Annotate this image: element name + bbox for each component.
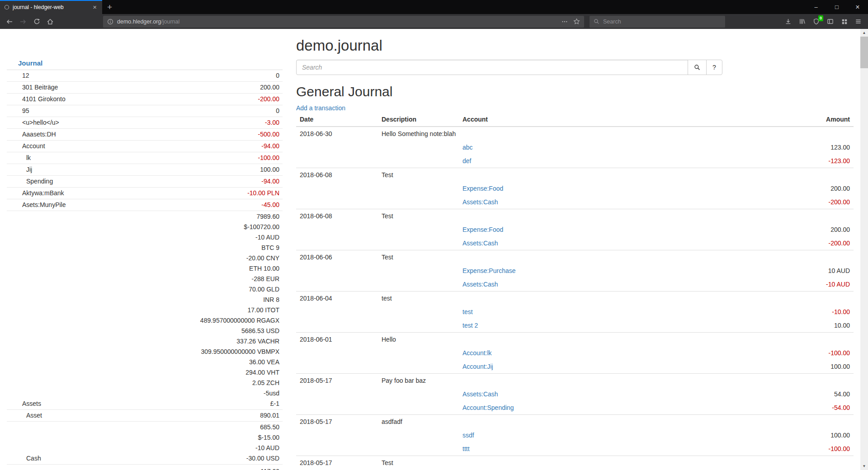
section-heading: General Journal <box>296 84 854 99</box>
scrollbar-thumb[interactable] <box>860 37 868 68</box>
sidebar-account-link[interactable]: Jij <box>26 164 32 175</box>
sidebar-account-balance: -200.00 <box>122 94 283 105</box>
add-transaction-link[interactable]: Add a transaction <box>296 104 345 112</box>
scrollbar-up-arrow[interactable]: ▲ <box>860 29 868 37</box>
transaction-title-row[interactable]: 2018-05-17asdfadf <box>296 415 854 429</box>
window-close-button[interactable]: × <box>847 0 868 14</box>
home-button[interactable] <box>43 15 57 28</box>
browser-search-field[interactable]: Search <box>590 16 725 28</box>
tab-close-icon[interactable]: × <box>91 3 98 11</box>
posting-account-link[interactable]: Expense:Food <box>462 185 503 192</box>
sidebar-account-link[interactable]: 95 <box>22 106 29 116</box>
bookmark-star-icon[interactable] <box>573 18 580 25</box>
balance-amount: 890.01 <box>122 410 279 421</box>
sidebars-icon[interactable] <box>823 15 837 28</box>
window-maximize-button[interactable]: □ <box>826 0 847 14</box>
posting-row: Expense:Purchase10 AUD <box>296 264 854 277</box>
sidebar-account-link[interactable]: lk <box>26 153 31 163</box>
transaction-title-row[interactable]: 2018-06-06Test <box>296 250 854 264</box>
forward-button[interactable] <box>16 15 30 28</box>
balance-amount: -10 AUD <box>122 232 279 243</box>
url-bar[interactable]: demo.hledger.org/journal <box>103 16 584 28</box>
posting-account-link[interactable]: tttt <box>462 445 470 452</box>
balance-amount: -288 EUR <box>122 274 279 284</box>
journal-table-header: Date Description Account Amount <box>296 113 854 127</box>
scrollbar-down-arrow[interactable]: ▼ <box>860 462 868 470</box>
balance-amount: £-1 <box>122 399 279 409</box>
column-header-date: Date <box>296 113 378 127</box>
posting-account-link[interactable]: Assets:Cash <box>462 240 498 247</box>
reload-button[interactable] <box>30 15 43 28</box>
posting-amount: 200.00 <box>754 182 854 195</box>
transaction-title-row[interactable]: 2018-06-08Test <box>296 168 854 182</box>
balance-amount: $-15.00 <box>122 432 279 443</box>
page-scrollbar[interactable]: ▲ ▼ <box>860 29 868 470</box>
sidebar-account-link[interactable]: Asets:MunyPile <box>22 200 66 210</box>
site-info-icon[interactable] <box>107 19 113 25</box>
sidebar-account-row: <u>hello</u>-3.00 <box>7 117 283 129</box>
transaction-title-row[interactable]: 2018-06-04test <box>296 291 854 306</box>
sidebar-account-link[interactable]: <u>hello</u> <box>22 118 59 128</box>
sidebar-account-row: Asset890.01 <box>7 410 283 422</box>
page-title: demo.journal <box>296 37 854 54</box>
browser-tab[interactable]: journal - hledger-web × <box>0 0 102 14</box>
journal-search-input[interactable] <box>296 60 688 75</box>
sidebar-account-link[interactable]: Cash <box>26 453 41 464</box>
sidebar-journal-link[interactable]: Journal <box>18 59 42 67</box>
posting-account-link[interactable]: ssdf <box>462 432 474 439</box>
transaction-title-row[interactable]: 2018-06-30Hello Something note:blah <box>296 127 854 141</box>
tab-favicon-icon <box>4 5 9 10</box>
url-path: /journal <box>161 19 179 25</box>
transaction-title-row[interactable]: 2018-05-17Test <box>296 456 854 470</box>
posting-amount: -10 AUD <box>754 277 854 291</box>
extension-icon[interactable]: 0 <box>809 15 823 28</box>
window-minimize-button[interactable]: – <box>806 0 826 14</box>
posting-amount: -200.00 <box>754 236 854 250</box>
balance-amount: $-100720.00 <box>122 222 279 232</box>
sidebar-account-link[interactable]: 301 Beiträge <box>22 82 58 93</box>
sidebar-account-link[interactable]: Assets <box>22 399 41 409</box>
sidebar-account-link[interactable]: 4101 Girokonto <box>22 94 66 104</box>
journal-search-button[interactable] <box>688 60 707 75</box>
posting-account-link[interactable]: abc <box>462 144 473 151</box>
posting-amount: -200.00 <box>754 195 854 209</box>
transaction-title-row[interactable]: 2018-06-01Hello <box>296 333 854 347</box>
posting-account-link[interactable]: Expense:Purchase <box>462 267 516 274</box>
posting-amount: -100.00 <box>754 442 854 456</box>
sidebar-account-link[interactable]: Aaasets:DH <box>22 129 56 140</box>
browser-chrome: journal - hledger-web × + – □ × demo.hle… <box>0 0 868 29</box>
posting-account-link[interactable]: Account:Spending <box>462 404 514 411</box>
posting-account-link[interactable]: def <box>462 157 471 164</box>
transaction-title-row[interactable]: 2018-05-17Pay foo bar baz <box>296 374 854 388</box>
sidebar-account-balance: 100.00 <box>122 164 283 176</box>
posting-account-link[interactable]: Account:Jij <box>462 363 493 370</box>
search-help-button[interactable]: ? <box>706 60 722 75</box>
sidebar-account-link[interactable]: 12 <box>22 70 29 81</box>
posting-account-link[interactable]: test 2 <box>462 322 478 329</box>
balance-amount: -117.00 <box>122 466 279 470</box>
sidebar-account-link[interactable]: Aktywa:mBank <box>22 188 64 198</box>
posting-account-link[interactable]: Assets:Cash <box>462 198 498 206</box>
balance-amount: 70.00 GLD <box>122 284 279 295</box>
apps-grid-icon[interactable] <box>837 15 851 28</box>
balance-amount: -30.00 USD <box>122 453 279 464</box>
tab-bar: journal - hledger-web × + – □ × <box>0 0 868 14</box>
library-icon[interactable] <box>795 15 809 28</box>
page-actions-icon[interactable] <box>561 19 568 25</box>
sidebar-account-link[interactable]: Account <box>22 141 45 151</box>
downloads-icon[interactable] <box>781 15 795 28</box>
sidebar-account-link[interactable]: Spending <box>26 176 53 187</box>
posting-account-link[interactable]: Assets:Cash <box>462 281 498 288</box>
posting-account-link[interactable]: Account:lk <box>462 349 492 357</box>
transaction-title-row[interactable]: 2018-06-08Test <box>296 209 854 223</box>
menu-hamburger-icon[interactable] <box>851 15 865 28</box>
sidebar-account-row: -117.00 <box>7 465 283 470</box>
posting-account-link[interactable]: Expense:Food <box>462 226 503 233</box>
posting-account-link[interactable]: test <box>462 308 473 315</box>
sidebar-account-link[interactable]: Asset <box>26 410 42 421</box>
new-tab-button[interactable]: + <box>102 0 117 14</box>
back-button[interactable] <box>3 15 16 28</box>
posting-account-link[interactable]: Assets:Cash <box>462 390 498 398</box>
transaction-date: 2018-06-30 <box>296 127 378 141</box>
sidebar-account-row: Asets:MunyPile-45.00 <box>7 199 283 211</box>
